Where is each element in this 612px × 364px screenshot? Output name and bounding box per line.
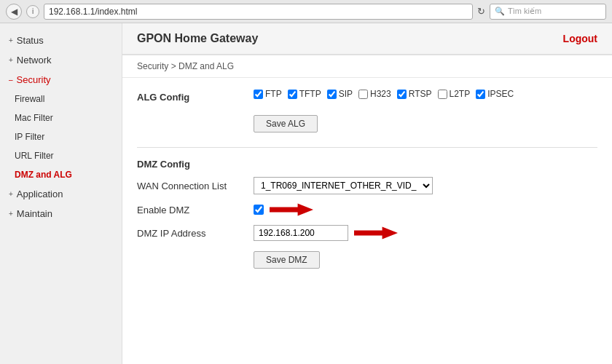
enable-dmz-arrow-icon (270, 202, 313, 218)
security-arrow-icon: – (9, 76, 13, 84)
sidebar-item-ip-filter[interactable]: IP Filter (0, 127, 122, 146)
alg-sip-label: SIP (339, 89, 353, 99)
url-filter-label: URL Filter (15, 151, 54, 161)
search-bar[interactable]: 🔍 Tìm kiếm (490, 4, 606, 20)
alg-l2tp-checkbox[interactable] (438, 90, 447, 99)
mac-filter-label: Mac Filter (15, 113, 53, 123)
alg-h323: H323 (358, 89, 391, 99)
sidebar-item-firewall[interactable]: Firewall (0, 90, 122, 108)
back-button[interactable]: ◀ (6, 4, 22, 20)
alg-sip: SIP (327, 89, 353, 99)
dmz-ip-row: DMZ IP Address (137, 225, 597, 241)
section-divider (137, 147, 597, 148)
svg-marker-0 (270, 203, 313, 215)
dmz-config-section: DMZ Config WAN Connection List 1_TR069_I… (137, 159, 597, 269)
alg-ipsec-label: IPSEC (487, 89, 514, 99)
save-dmz-button[interactable]: Save DMZ (254, 251, 320, 269)
breadcrumb: Security > DMZ and ALG (122, 55, 612, 78)
content-area: GPON Home Gateway Logout Security > DMZ … (122, 23, 612, 364)
dmz-alg-label: DMZ and ALG (15, 170, 72, 180)
sidebar-item-network[interactable]: + Network (0, 50, 122, 70)
app-title: GPON Home Gateway (137, 32, 258, 45)
wan-control: 1_TR069_INTERNET_OTHER_R_VID_ (254, 177, 433, 194)
alg-h323-checkbox[interactable] (358, 90, 368, 99)
alg-l2tp-label: L2TP (450, 89, 471, 99)
refresh-button[interactable]: ↻ (477, 6, 485, 17)
application-arrow-icon: + (9, 190, 13, 198)
header-bar: GPON Home Gateway Logout (122, 23, 612, 55)
alg-ipsec-checkbox[interactable] (476, 90, 485, 99)
dmz-ip-label: DMZ IP Address (137, 228, 254, 239)
dmz-section-title: DMZ Config (137, 159, 254, 170)
firewall-label: Firewall (15, 94, 44, 104)
alg-rtsp: RTSP (397, 89, 432, 99)
alg-ftp-checkbox[interactable] (254, 90, 263, 99)
alg-config-section: ALG Config FTP TFTP SIP (137, 89, 597, 132)
save-dmz-row: Save DMZ (137, 248, 597, 269)
alg-ftp-label: FTP (265, 89, 282, 99)
dmz-ip-input[interactable] (254, 225, 348, 241)
sidebar-item-label: Maintain (17, 208, 52, 219)
alg-config-row: ALG Config FTP TFTP SIP (137, 89, 597, 105)
logout-button[interactable]: Logout (563, 33, 597, 44)
enable-dmz-control (254, 202, 313, 218)
sidebar-item-mac-filter[interactable]: Mac Filter (0, 108, 122, 127)
sidebar-item-status[interactable]: + Status (0, 31, 122, 50)
alg-checkboxes: FTP TFTP SIP H323 (254, 89, 514, 99)
maintain-arrow-icon: + (9, 210, 13, 218)
wan-connection-select[interactable]: 1_TR069_INTERNET_OTHER_R_VID_ (254, 177, 433, 194)
network-arrow-icon: + (9, 56, 13, 64)
enable-dmz-label: Enable DMZ (137, 205, 254, 215)
enable-dmz-checkbox[interactable] (254, 205, 264, 215)
alg-l2tp: L2TP (438, 89, 471, 99)
info-button[interactable]: i (26, 5, 39, 18)
sidebar-item-label: Network (17, 55, 52, 66)
alg-ftp: FTP (254, 89, 282, 99)
ip-filter-label: IP Filter (15, 132, 44, 142)
save-alg-button[interactable]: Save ALG (254, 115, 318, 132)
sidebar-item-url-filter[interactable]: URL Filter (0, 146, 122, 165)
alg-tftp-label: TFTP (299, 89, 321, 99)
enable-dmz-row: Enable DMZ (137, 202, 597, 218)
search-placeholder: Tìm kiếm (508, 7, 541, 16)
sidebar-item-security[interactable]: – Security (0, 70, 122, 90)
sidebar: + Status + Network – Security Firewall M… (0, 23, 122, 364)
main-layout: + Status + Network – Security Firewall M… (0, 23, 612, 364)
url-text: 192.168.1.1/index.html (49, 7, 137, 17)
search-icon: 🔍 (495, 7, 505, 16)
alg-ipsec: IPSEC (476, 89, 514, 99)
alg-sip-checkbox[interactable] (327, 90, 337, 99)
save-alg-row: Save ALG (137, 112, 597, 132)
alg-tftp-checkbox[interactable] (288, 90, 297, 99)
alg-rtsp-checkbox[interactable] (397, 90, 407, 99)
dmz-ip-control (254, 225, 398, 241)
sidebar-item-dmz-alg[interactable]: DMZ and ALG (0, 165, 122, 184)
dmz-title-row: DMZ Config (137, 159, 597, 170)
dmz-ip-arrow-icon (354, 225, 398, 241)
status-arrow-icon: + (9, 36, 13, 44)
browser-bar: ◀ i 192.168.1.1/index.html ↻ 🔍 Tìm kiếm (0, 0, 612, 23)
alg-section-title: ALG Config (137, 92, 254, 103)
alg-rtsp-label: RTSP (409, 89, 432, 99)
alg-h323-label: H323 (370, 89, 391, 99)
page-content: ALG Config FTP TFTP SIP (122, 78, 612, 294)
sidebar-item-label: Application (17, 189, 63, 199)
wan-label: WAN Connection List (137, 181, 254, 191)
sidebar-item-label: Security (17, 74, 51, 85)
url-bar[interactable]: 192.168.1.1/index.html (44, 4, 473, 20)
sidebar-item-application[interactable]: + Application (0, 184, 122, 204)
svg-marker-1 (354, 226, 398, 239)
alg-tftp: TFTP (288, 89, 321, 99)
sidebar-item-maintain[interactable]: + Maintain (0, 204, 122, 223)
wan-connection-row: WAN Connection List 1_TR069_INTERNET_OTH… (137, 177, 597, 194)
sidebar-item-label: Status (17, 35, 44, 46)
